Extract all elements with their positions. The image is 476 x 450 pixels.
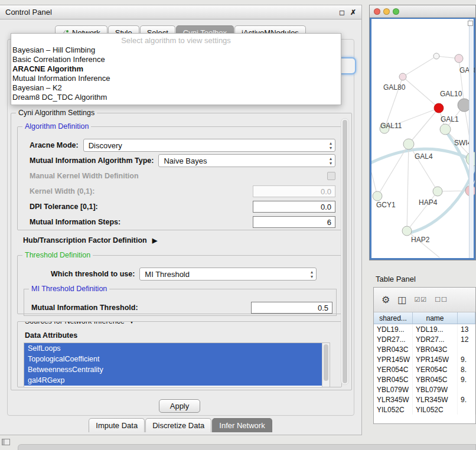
columns-icon[interactable]: ◫ xyxy=(397,295,406,305)
network-canvas[interactable]: GAL80GAL8GAL10GAL11GAL1SWI4GAL4GCY1HAP4H… xyxy=(371,19,475,257)
network-node[interactable] xyxy=(403,139,414,149)
sources-title: Sources for Network Inference xyxy=(25,321,125,325)
dropdown-item-mutual-information-inference[interactable]: Mutual Information Inference xyxy=(11,74,341,83)
bottom-dock-strip xyxy=(18,444,476,450)
mi-threshold-field[interactable]: 0.5 xyxy=(251,302,332,314)
bottom-tab-discretize-data[interactable]: Discretize Data xyxy=(145,418,211,432)
algorithm-combo-fragment[interactable] xyxy=(340,57,356,74)
dropdown-item-dream8-dc-tdc-algorithm[interactable]: Dream8 DC_TDC Algorithm xyxy=(11,93,341,102)
zoom-traffic-light[interactable] xyxy=(393,8,399,15)
table-cell: 8. xyxy=(458,364,475,374)
dropdown-item-aracne-algorithm[interactable]: ARACNE Algorithm xyxy=(11,64,341,74)
deselect-rows-icon[interactable]: ☐☐ xyxy=(435,296,448,303)
column-header-2[interactable] xyxy=(458,312,475,324)
gear-icon[interactable]: ⚙ xyxy=(382,295,390,305)
mi-threshold-label: Mutual Information Threshold: xyxy=(31,304,138,312)
network-node[interactable] xyxy=(402,226,412,236)
settings-scrollbar[interactable] xyxy=(341,118,349,385)
list-item-betweennesscentrality[interactable]: BetweennessCentrality xyxy=(24,364,330,375)
mi-type-select[interactable]: Naive Bayes xyxy=(158,154,335,167)
list-item-gal4rgexp[interactable]: gal4RGexp xyxy=(24,375,330,386)
dpi-tolerance-field[interactable]: 0.0 xyxy=(253,201,335,213)
table-row[interactable]: YIL052CYIL052C xyxy=(374,405,475,415)
network-node[interactable] xyxy=(440,124,451,135)
dropdown-placeholder: Select algorithm to view settings xyxy=(11,35,341,45)
table-cell: 9. xyxy=(458,374,475,384)
combo-stepper-icon xyxy=(330,156,332,166)
table-row[interactable]: YBL079WYBL079W xyxy=(374,384,475,394)
table-row[interactable]: YBR045CYBR045C9. xyxy=(374,374,475,384)
dpi-tolerance-row: DPI Tolerance [0,1]: 0.0 xyxy=(30,200,335,213)
network-edge[interactable] xyxy=(407,191,438,231)
dropdown-item-basic-correlation-inference[interactable]: Basic Correlation Inference xyxy=(11,55,341,64)
table-cell: 9. xyxy=(458,394,475,405)
panel-dock-icon[interactable] xyxy=(2,439,10,445)
sources-title-wrap: Sources for Network Inference ▼ xyxy=(22,321,138,325)
mi-type-value: Naive Bayes xyxy=(164,156,207,165)
kernel-width-field[interactable]: 0.0 xyxy=(253,185,335,197)
network-node-label: GAL80 xyxy=(383,83,406,92)
aracne-mode-select[interactable]: Discovery xyxy=(83,139,335,152)
network-edge[interactable] xyxy=(403,77,439,108)
network-node[interactable] xyxy=(433,53,439,59)
birdseye-toggle-icon[interactable] xyxy=(468,21,473,26)
which-threshold-select[interactable]: MI Threshold xyxy=(139,268,317,281)
table-row[interactable]: YDL19...YDL19...13 xyxy=(374,324,475,334)
float-window-icon[interactable]: ◻ xyxy=(339,8,345,17)
table-row[interactable]: YBR043CYBR043C xyxy=(374,344,475,354)
table-cell: YDL19... xyxy=(413,324,458,334)
list-item-selfloops[interactable]: SelfLoops xyxy=(24,343,330,354)
column-header-shared-[interactable]: shared... xyxy=(374,312,413,324)
hub-definition-toggle[interactable]: Hub/Transcription Factor Definition ▶ xyxy=(23,236,157,244)
dropdown-item-bayesian-hill-climbing[interactable]: Bayesian – Hill Climbing xyxy=(11,45,341,55)
close-window-icon[interactable]: ✗ xyxy=(350,8,356,17)
data-attributes-list[interactable]: SelfLoopsTopologicalCoefficientBetweenne… xyxy=(24,343,330,387)
network-node[interactable] xyxy=(399,73,406,80)
table-row[interactable]: YER054CYER054C8. xyxy=(374,364,475,374)
bottom-tab-impute-data[interactable]: Impute Data xyxy=(89,418,145,432)
select-rows-icon[interactable]: ☑☑ xyxy=(414,296,427,303)
manual-kernel-checkbox[interactable] xyxy=(327,172,335,180)
network-edge[interactable] xyxy=(409,144,438,191)
mi-steps-field[interactable]: 6 xyxy=(253,216,335,228)
table-toolbar: ⚙◫☑☑☐☐ xyxy=(374,288,475,312)
table-row[interactable]: YLR345WYLR345W9. xyxy=(374,394,475,405)
list-scrollbar[interactable] xyxy=(322,343,330,387)
data-attributes-label: Data Attributes xyxy=(25,331,341,340)
table-cell: YER054C xyxy=(413,364,458,374)
network-edge[interactable] xyxy=(403,56,436,77)
algorithm-definition-title: Algorithm Definition xyxy=(22,122,91,131)
control-panel-titlebar: Control Panel ◻ ✗ xyxy=(0,5,361,19)
network-edge[interactable] xyxy=(377,144,409,196)
network-node[interactable] xyxy=(434,103,444,113)
threshold-definition-group: Threshold Definition Which threshold to … xyxy=(17,255,342,314)
hub-definition-label: Hub/Transcription Factor Definition xyxy=(23,236,147,244)
column-header-name[interactable]: name xyxy=(413,312,458,324)
algorithm-dropdown: Select algorithm to view settingsBayesia… xyxy=(11,33,341,105)
network-edge[interactable] xyxy=(459,58,464,105)
network-node-label: HAP4 xyxy=(419,198,438,207)
mi-type-row: Mutual Information Algorithm Type: Naive… xyxy=(30,154,335,167)
network-scrollbar[interactable] xyxy=(469,19,474,258)
table-cell: 12 xyxy=(458,334,475,344)
network-edge[interactable] xyxy=(407,144,409,231)
minimize-traffic-light[interactable] xyxy=(383,8,390,15)
bottom-tab-infer-network[interactable]: Infer Network xyxy=(212,418,272,432)
dropdown-item-bayesian-k2[interactable]: Bayesian – K2 xyxy=(11,83,341,93)
network-node[interactable] xyxy=(373,191,382,201)
network-node[interactable] xyxy=(433,187,442,196)
table-row[interactable]: YPR145WYPR145W9. xyxy=(374,354,475,364)
table-cell: YBR043C xyxy=(413,344,458,354)
close-traffic-light[interactable] xyxy=(374,8,380,15)
algorithm-definition-group: Algorithm Definition Aracne Mode: Discov… xyxy=(17,126,342,230)
network-canvas-area[interactable]: GAL80GAL8GAL10GAL11GAL1SWI4GAL4GCY1HAP4H… xyxy=(370,18,475,260)
table-row[interactable]: YDR27...YDR27...12 xyxy=(374,334,475,344)
network-node-label: HAP2 xyxy=(411,236,430,244)
network-node[interactable] xyxy=(455,54,463,63)
table-cell: YIL052C xyxy=(413,405,458,415)
apply-button[interactable]: Apply xyxy=(159,399,200,413)
network-edge[interactable] xyxy=(407,231,442,257)
collapse-down-icon[interactable]: ▼ xyxy=(128,321,135,325)
table-cell: YLR345W xyxy=(374,394,413,405)
list-item-topologicalcoefficient[interactable]: TopologicalCoefficient xyxy=(24,354,330,364)
